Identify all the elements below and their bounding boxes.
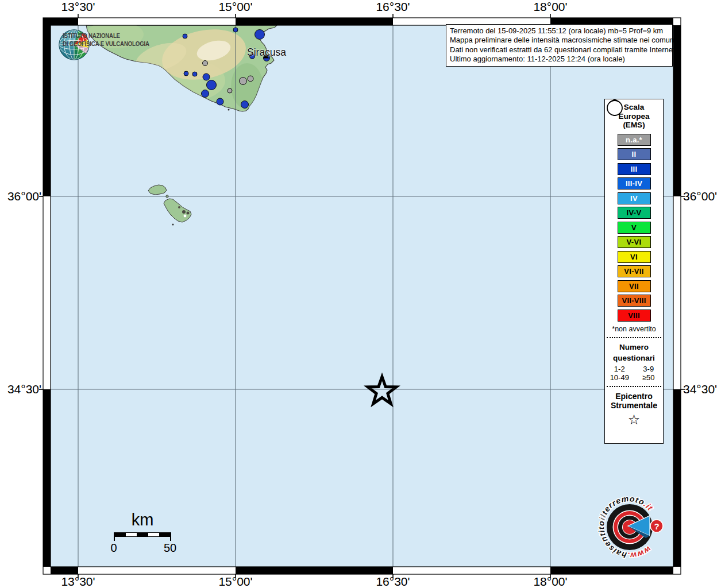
- questionnaire-class-label: ≥50: [642, 374, 655, 382]
- scale-bar-tick: [114, 537, 115, 541]
- questionnaire-class-label: 3-9: [643, 365, 654, 373]
- ems-level-viii: VIII: [618, 310, 651, 322]
- legend-footnote: *non avvertito: [605, 325, 663, 333]
- ems-level-vii-viii: VII-VIII: [618, 295, 651, 307]
- ems-level-vii: VII: [618, 280, 651, 292]
- ems-scale-list: n.a.*IIIIIIII-IVIVIV-VVV-VIVIVI-VIIVIIVI…: [605, 134, 663, 322]
- ingv-text-line1: ISTITUTO NAZIONALE: [63, 32, 149, 40]
- axis-label-bottom-3: 16°30': [367, 575, 419, 588]
- ems-level-n-a-: n.a.*: [618, 134, 651, 146]
- macroseismic-map-page: ? www.haisentitoilterremoto.it: [0, 0, 721, 588]
- ems-level-v: V: [618, 222, 651, 234]
- axis-label-left-2: 34°30': [0, 383, 41, 396]
- epicenter-title-line: Strumentale: [605, 401, 663, 411]
- observation-dot: [183, 34, 187, 38]
- axis-label-top-3: 16°30': [367, 1, 419, 13]
- sea: [51, 25, 673, 567]
- scale-bar-start: 0: [109, 541, 119, 554]
- observation-dot: [203, 61, 208, 66]
- questionnaire-class-label: 10-49: [610, 374, 629, 382]
- axis-label-right-2: 34°30': [683, 383, 721, 396]
- axis-label-top-2: 15°00': [210, 1, 261, 13]
- questionnaire-class: 3-9: [634, 365, 664, 373]
- ems-level-vi-vii: VI-VII: [618, 265, 651, 277]
- questionnaire-title: Numero questionari: [605, 342, 663, 363]
- scale-bar-segments: [114, 532, 171, 537]
- scale-bar-unit: km: [114, 511, 171, 528]
- axis-label-bottom-4: 18°00': [525, 575, 576, 588]
- scale-bar-end: 50: [161, 541, 179, 554]
- ems-level-v-vi: V-VI: [618, 236, 651, 248]
- observation-dot: [241, 101, 249, 109]
- axis-label-bottom-2: 15°00': [210, 575, 261, 588]
- observation-dot: [184, 71, 188, 76]
- observation-dot: [240, 78, 247, 85]
- ems-level-vi: VI: [618, 251, 651, 263]
- questionnaire-class: 10-49: [605, 373, 634, 382]
- questionnaire-class-label: 1-2: [614, 365, 625, 373]
- legend-title-line: (EMS): [605, 121, 663, 130]
- observation-dot: [192, 72, 197, 76]
- observation-dot: [255, 30, 265, 40]
- ingv-text-line2: DI GEOFISICA E VULCANOLOGIA: [63, 40, 149, 48]
- info-line-event: Terremoto del 15-09-2025 11:55:12 (ora l…: [450, 26, 669, 36]
- info-line-data: Dati non verificati estratti da 62 quest…: [450, 45, 669, 55]
- observation-dot: [217, 98, 223, 105]
- ems-level-iii: III: [618, 163, 651, 175]
- questionnaire-class: 1-2: [605, 365, 634, 373]
- observation-dot: [203, 74, 210, 80]
- observation-dot: [233, 28, 238, 32]
- legend-divider: [607, 386, 661, 387]
- axis-label-top-1: 13°30': [52, 1, 104, 13]
- questionnaire-title-line: questionari: [605, 353, 663, 363]
- info-line-map: Mappa preliminare delle intensità macros…: [450, 36, 669, 45]
- ems-level-iii-iv: III-IV: [618, 177, 651, 189]
- scale-bar-tick: [170, 537, 171, 541]
- ems-level-iv: IV: [618, 192, 651, 204]
- ingv-logo-text: ISTITUTO NAZIONALE DI GEOFISICA E VULCAN…: [63, 32, 149, 48]
- axis-label-bottom-1: 13°30': [52, 575, 104, 588]
- question-mark: ?: [654, 521, 659, 531]
- questionnaire-title-line: Numero: [605, 342, 663, 353]
- ingv-logo: ISTITUTO NAZIONALE DI GEOFISICA E VULCAN…: [57, 28, 161, 48]
- info-line-updated: Ultimo aggiornamento: 11-12-2025 12:24 (…: [450, 55, 669, 64]
- axis-label-left-1: 36°00': [0, 190, 41, 203]
- epicenter-title-line: Epicentro: [605, 392, 663, 401]
- epicenter-legend-star-icon: ☆: [605, 412, 663, 427]
- questionnaire-class: ≥50: [634, 373, 664, 382]
- ems-level-iv-v: IV-V: [618, 207, 651, 219]
- legend-panel: Scala Europea (EMS) n.a.*IIIIIIII-IVIVIV…: [604, 99, 664, 444]
- axis-label-top-4: 18°00': [525, 1, 576, 13]
- city-label-siracusa: Siracusa: [247, 47, 293, 59]
- questionnaire-size-grid: 1-23-910-49≥50: [605, 365, 663, 382]
- ems-level-ii: II: [618, 148, 651, 160]
- observation-dot: [207, 80, 217, 90]
- epicenter-legend-title: Epicentro Strumentale: [605, 392, 663, 411]
- legend-divider: [607, 337, 661, 338]
- observation-dot: [248, 76, 253, 82]
- axis-label-right-1: 36°00': [683, 190, 721, 203]
- questionnaire-circle-icon: [605, 99, 624, 117]
- observation-dot: [202, 90, 209, 98]
- earthquake-info-box: Terremoto del 15-09-2025 11:55:12 (ora l…: [446, 24, 673, 67]
- observation-dot: [228, 88, 232, 93]
